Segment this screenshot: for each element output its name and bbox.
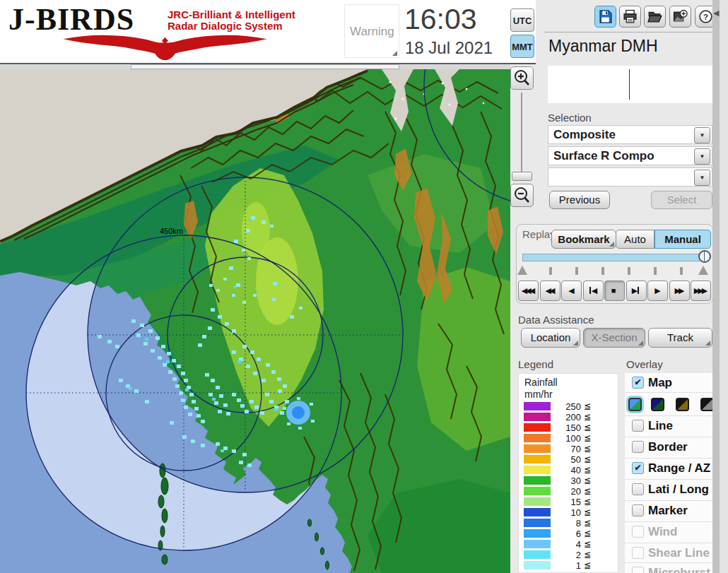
- x-section-button[interactable]: X-Section: [583, 328, 645, 348]
- station-list-box[interactable]: [548, 66, 712, 103]
- question-mark-icon: ?: [698, 9, 713, 24]
- overlay-label-line: Line: [648, 419, 673, 433]
- warning-label: Warning: [350, 25, 394, 39]
- legend-swatch: [524, 423, 551, 432]
- legend-swatch: [524, 550, 551, 559]
- zoom-slider-track[interactable]: [521, 93, 522, 180]
- bookmark-button[interactable]: Bookmark: [551, 230, 616, 249]
- legend-swatch: [524, 519, 551, 527]
- marker-checkbox[interactable]: [632, 504, 644, 516]
- legend-row: 1≦: [519, 560, 618, 571]
- overlay-row-shear-line: Shear Line: [625, 543, 714, 562]
- radar-map[interactable]: 450km: [0, 69, 510, 573]
- overlay-label-microburst: Microburst: [648, 566, 710, 573]
- legend-row: 50≦: [519, 454, 618, 465]
- open-file-button[interactable]: [644, 6, 666, 28]
- image-plus-icon: [673, 9, 688, 24]
- range-az-checkbox[interactable]: ✔: [632, 462, 644, 474]
- microburst-checkbox: [632, 567, 644, 573]
- mmt-button[interactable]: MMT: [510, 35, 534, 58]
- rewind-fastest-button[interactable]: ◀◀◀: [518, 280, 539, 301]
- overlay-label-border: Border: [648, 440, 688, 454]
- line-checkbox[interactable]: [632, 420, 644, 432]
- eagle-logo-icon: [8, 33, 323, 61]
- map-checkbox[interactable]: ✔: [632, 377, 644, 389]
- warning-panel[interactable]: Warning: [344, 4, 399, 58]
- legend-swatch: [524, 540, 551, 548]
- legend-swatch: [524, 561, 551, 569]
- forward-fast-button[interactable]: ▶▶: [669, 280, 690, 301]
- selection-section-label: Selection: [548, 112, 592, 124]
- legend-row: 20≦: [519, 486, 618, 497]
- dropdown-composite[interactable]: Composite ▼: [548, 125, 712, 144]
- right-gutter: [720, 0, 728, 573]
- time-slider-handle[interactable]: [698, 250, 711, 263]
- map-style-swatch-3[interactable]: [676, 398, 689, 411]
- play-backward-button[interactable]: ◀: [561, 280, 582, 301]
- dropdown-composite-value: Composite: [553, 128, 616, 142]
- panel-collapse-icon[interactable]: ◀: [713, 8, 719, 18]
- chevron-down-icon[interactable]: ▼: [694, 148, 710, 165]
- slider-tick: [628, 267, 630, 275]
- magnifier-minus-icon: [512, 186, 532, 205]
- legend-row: 4≦: [519, 539, 618, 550]
- track-button[interactable]: Track: [648, 328, 712, 348]
- step-forward-button[interactable]: ▶: [626, 280, 647, 301]
- wind-checkbox: [632, 526, 644, 538]
- overlay-row-lati-long: Lati / Long: [625, 479, 714, 500]
- map-horizontal-scrollbar[interactable]: [0, 64, 510, 69]
- overlay-row-microburst: Microburst: [625, 562, 714, 573]
- legend-row: 150≦: [519, 423, 618, 433]
- chevron-down-icon[interactable]: ▼: [694, 127, 710, 143]
- previous-button[interactable]: Previous: [549, 191, 610, 209]
- header: J-BIRDS JRC-Brilliant & Intelligent Rada…: [0, 0, 536, 64]
- magnifier-plus-icon: [512, 69, 532, 88]
- map-horizontal-scroll-thumb[interactable]: [131, 64, 399, 69]
- dropdown-product[interactable]: Surface R Compo ▼: [548, 146, 712, 165]
- panel-resize-divider[interactable]: [712, 0, 720, 573]
- overlay-row-wind: Wind: [625, 521, 714, 543]
- forward-fastest-button[interactable]: ▶▶▶: [691, 280, 711, 301]
- overlay-row-line: Line: [625, 415, 714, 437]
- legend-row: 10≦: [519, 507, 618, 518]
- border-checkbox[interactable]: [632, 441, 644, 453]
- map-style-swatch-1[interactable]: [628, 398, 642, 411]
- select-button[interactable]: Select: [651, 191, 712, 209]
- slider-end-marker: [698, 266, 708, 275]
- step-backward-button[interactable]: ◀: [583, 280, 604, 301]
- zoom-out-button[interactable]: [510, 184, 534, 207]
- slider-tick: [549, 267, 552, 275]
- lati-long-checkbox[interactable]: [632, 483, 644, 495]
- play-forward-button[interactable]: ▶: [647, 280, 668, 301]
- map-viewport[interactable]: 450km: [0, 64, 510, 573]
- slider-tick: [575, 267, 578, 275]
- logo-tagline-2: Radar Dialogic System: [168, 20, 295, 32]
- auto-mode-button[interactable]: Auto: [616, 230, 654, 249]
- shear-line-checkbox: [632, 547, 644, 559]
- chevron-down-icon[interactable]: ▼: [694, 170, 710, 186]
- rewind-fast-button[interactable]: ◀◀: [540, 280, 560, 301]
- time-slider-track[interactable]: [522, 254, 705, 261]
- legend-swatch: [524, 529, 551, 538]
- zoom-slider-handle[interactable]: [512, 172, 532, 181]
- dropdown-extra[interactable]: ▼: [548, 167, 712, 187]
- list-cursor: [629, 69, 630, 100]
- legend-row: 6≦: [519, 528, 618, 539]
- legend-swatch: [524, 413, 551, 421]
- print-button[interactable]: [619, 6, 641, 28]
- overlay-label-lati-long: Lati / Long: [648, 483, 709, 497]
- legend-row: 200≦: [519, 412, 618, 423]
- stop-button[interactable]: ■: [604, 280, 625, 301]
- map-style-swatch-2[interactable]: [651, 398, 664, 411]
- capture-image-button[interactable]: [669, 6, 691, 28]
- location-button[interactable]: Location: [521, 328, 580, 348]
- save-button[interactable]: [594, 6, 616, 28]
- zoom-in-button[interactable]: [510, 66, 534, 90]
- utc-button[interactable]: UTC: [510, 8, 534, 32]
- legend-swatch: [524, 476, 551, 485]
- overlay-label-wind: Wind: [648, 525, 677, 539]
- overlay-label-range-az: Range / AZ: [648, 461, 710, 475]
- legend-row: 100≦: [519, 433, 618, 444]
- manual-mode-button[interactable]: Manual: [654, 230, 711, 249]
- legend-swatch: [524, 434, 551, 442]
